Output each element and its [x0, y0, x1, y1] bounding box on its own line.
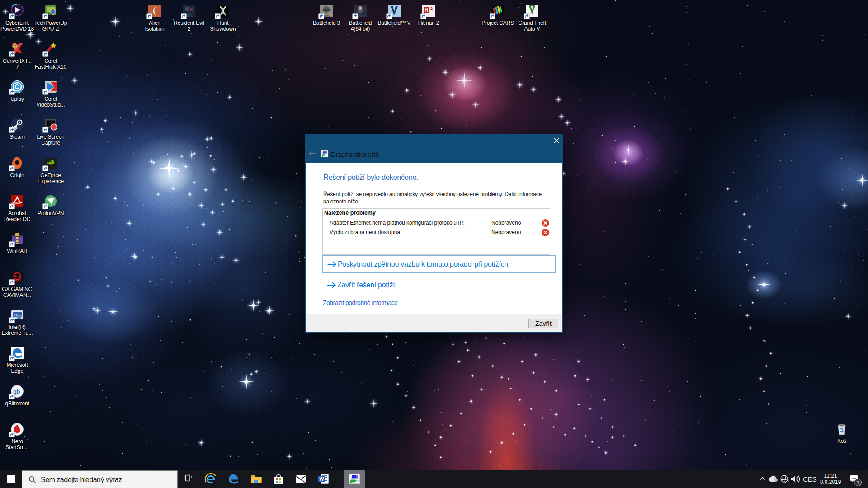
svg-text:7: 7	[21, 42, 24, 47]
svg-text:2: 2	[430, 6, 433, 11]
svg-text:W: W	[320, 476, 324, 482]
svg-text:H: H	[425, 8, 428, 13]
